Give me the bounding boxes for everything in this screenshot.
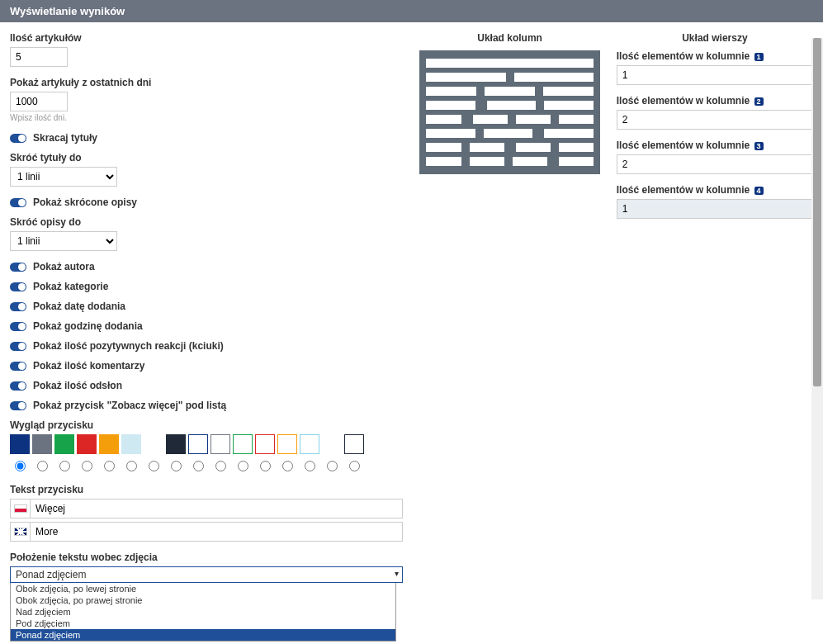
color-swatch[interactable] [54, 434, 74, 454]
dropdown-option[interactable]: Ponad zdjęciem [11, 629, 395, 641]
color-swatch[interactable] [300, 434, 319, 454]
layout-cell [485, 87, 535, 96]
swatch-radio-cell [54, 461, 74, 474]
toggle-label: Pokaż kategorie [33, 281, 108, 292]
toggle-switch[interactable] [10, 198, 26, 207]
dropdown-option[interactable]: Obok zdjęcia, po prawej stronie [11, 594, 395, 606]
dropdown-option[interactable]: Obok zdjęcia, po lewej stronie [11, 583, 395, 594]
color-swatch[interactable] [277, 434, 297, 454]
color-swatch[interactable] [210, 434, 230, 454]
row-count-input[interactable] [617, 110, 813, 130]
toggle-label: Pokaż skrócone opisy [33, 197, 137, 208]
layout-cell [559, 157, 594, 166]
toggle-switch[interactable] [10, 282, 26, 291]
color-swatch[interactable] [99, 434, 119, 454]
row-count-input[interactable] [617, 65, 813, 85]
column-layout-heading: Układ kolumn [419, 32, 599, 44]
color-swatch[interactable] [344, 434, 364, 454]
layout-cell [426, 59, 593, 68]
swatch-radio-cell [32, 461, 52, 474]
toggle-switch[interactable] [10, 322, 26, 331]
swatch-radio-cell [99, 461, 119, 474]
toggle-label: Skracaj tytuły [33, 132, 97, 144]
toggle-switch[interactable] [10, 401, 26, 410]
swatch-radio-cell [300, 461, 319, 474]
swatch-radio[interactable] [215, 461, 226, 471]
toggle-switch[interactable] [10, 381, 26, 391]
days-input[interactable] [10, 92, 68, 111]
text-position-select[interactable]: Ponad zdjęciem ▾ [10, 566, 403, 583]
button-text-pl-row [10, 499, 403, 519]
layout-option[interactable] [426, 73, 593, 82]
color-swatch[interactable] [121, 434, 141, 454]
scrollbar[interactable] [811, 38, 823, 599]
layout-option[interactable] [426, 87, 593, 96]
swatch-radio[interactable] [171, 461, 182, 471]
dropdown-option[interactable]: Pod zdjęciem [11, 618, 395, 629]
layout-option[interactable] [426, 101, 593, 110]
color-swatch[interactable] [322, 434, 342, 454]
swatch-radio-cell [210, 461, 230, 474]
color-swatch[interactable] [10, 434, 30, 454]
layout-cell [426, 87, 476, 96]
layout-option[interactable] [426, 129, 593, 138]
row-count-input[interactable] [617, 154, 813, 174]
swatch-radio[interactable] [149, 461, 159, 471]
layout-cell [487, 101, 536, 110]
swatch-radio[interactable] [59, 461, 70, 471]
layout-option[interactable] [426, 143, 593, 152]
column-layout-preview[interactable] [419, 50, 599, 174]
row-count-label: Ilość elementów w kolumnie 2 [617, 95, 813, 107]
scrollbar-thumb[interactable] [813, 38, 821, 386]
flag-pl-icon [11, 500, 31, 518]
row-count-label: Ilość elementów w kolumnie 1 [617, 50, 813, 62]
column-badge: 3 [754, 142, 764, 150]
swatch-radio-cell [144, 461, 163, 474]
row-count-label: Ilość elementów w kolumnie 3 [617, 140, 813, 151]
swatch-radio[interactable] [15, 461, 26, 471]
toggle-label: Pokaż ilość komentarzy [33, 360, 144, 372]
layout-option[interactable] [426, 157, 593, 166]
swatch-radio[interactable] [104, 461, 115, 471]
color-swatch[interactable] [77, 434, 97, 454]
swatch-radio[interactable] [37, 461, 48, 471]
toggle-switch[interactable] [10, 302, 26, 311]
row-count-group: Ilość elementów w kolumnie 4 [617, 184, 813, 219]
layout-cell [516, 115, 551, 124]
button-text-pl-input[interactable] [31, 500, 402, 518]
shorten-desc-to-select[interactable]: 1 linii [10, 231, 117, 251]
swatch-radio[interactable] [305, 461, 315, 471]
layout-cell [426, 101, 475, 110]
text-position-value: Ponad zdjęciem [16, 569, 86, 580]
swatch-radio[interactable] [126, 461, 137, 471]
swatch-radio[interactable] [238, 461, 248, 471]
swatch-radio[interactable] [193, 461, 204, 471]
content-area: Ilość artykułów Pokaż artykuły z ostatni… [0, 22, 823, 603]
shorten-titles-to-select[interactable]: 1 linii [10, 167, 117, 187]
layout-option[interactable] [426, 59, 593, 68]
right-column: Układ wierszy Ilość elementów w kolumnie… [617, 32, 813, 593]
color-swatch[interactable] [188, 434, 208, 454]
swatch-radio[interactable] [282, 461, 293, 471]
dropdown-option[interactable]: Nad zdjęciem [11, 606, 395, 618]
color-swatch[interactable] [32, 434, 52, 454]
color-swatch[interactable] [166, 434, 186, 454]
toggle-switch[interactable] [10, 362, 26, 371]
swatch-radio[interactable] [260, 461, 271, 471]
layout-cell [543, 87, 594, 96]
row-layout-heading: Układ wierszy [617, 32, 813, 44]
articles-count-input[interactable] [10, 47, 68, 67]
layout-option[interactable] [426, 115, 593, 124]
button-text-en-input[interactable] [31, 523, 402, 541]
toggle-switch[interactable] [10, 342, 26, 351]
toggle-switch[interactable] [10, 263, 26, 272]
swatch-radio[interactable] [327, 461, 338, 471]
toggle-switch[interactable] [10, 134, 26, 143]
layout-cell [484, 129, 532, 138]
color-swatch[interactable] [255, 434, 275, 454]
swatch-radio[interactable] [82, 461, 92, 471]
color-swatch[interactable] [144, 434, 163, 454]
swatch-radio[interactable] [349, 461, 360, 471]
row-count-input[interactable] [617, 199, 813, 219]
color-swatch[interactable] [233, 434, 253, 454]
